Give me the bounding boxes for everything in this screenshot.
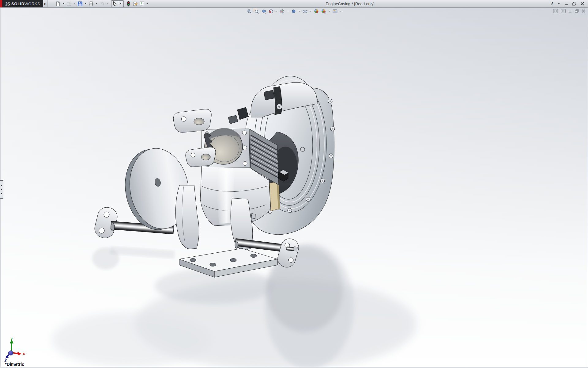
display-style-icon <box>291 9 296 14</box>
section-view-dropdown-arrow[interactable] <box>276 11 278 12</box>
undo-icon <box>100 1 105 6</box>
logo-red-stripe <box>0 0 2 7</box>
view-settings-icon <box>333 9 338 14</box>
y-axis-label: Y <box>10 337 13 341</box>
titlebar: 3S SOLID WORKS ▶ <box>0 0 588 8</box>
window-title: EngineCasing * [Read-only] <box>149 2 551 6</box>
print-button[interactable] <box>88 0 94 7</box>
section-view-icon <box>269 9 274 14</box>
open-document-button[interactable] <box>66 0 72 7</box>
reference-triad: Y X Z <box>2 337 28 362</box>
view-orientation-icon <box>280 9 285 14</box>
select-button[interactable] <box>111 0 118 7</box>
view-orientation-label: *Dimetric <box>5 362 24 367</box>
edit-appearance-icon <box>314 9 319 14</box>
rebuild-button[interactable] <box>125 0 132 7</box>
select-cursor-icon <box>112 1 117 6</box>
file-properties-icon <box>133 1 138 6</box>
apply-scene-dropdown-arrow[interactable] <box>329 11 330 12</box>
options-dropdown-arrow[interactable] <box>146 3 148 4</box>
open-dropdown-arrow[interactable] <box>74 3 75 4</box>
options-button[interactable] <box>139 0 145 7</box>
x-axis-label: X <box>23 352 25 356</box>
pane-collapse-left-button[interactable] <box>553 9 558 13</box>
view-settings-dropdown-arrow[interactable] <box>340 11 342 12</box>
save-button[interactable] <box>77 0 83 7</box>
featuremanager-collapsed-tab[interactable] <box>0 180 3 199</box>
print-icon <box>89 1 94 6</box>
brand-name-bold: SOLID <box>11 2 24 6</box>
display-style-button[interactable] <box>291 9 296 14</box>
triad-origin-sphere <box>9 351 13 355</box>
previous-view-button[interactable] <box>261 9 266 14</box>
dassault-3s-logo-icon: 3S <box>5 1 10 6</box>
hide-show-dropdown-arrow[interactable] <box>310 11 312 12</box>
main-toolbar <box>55 0 149 7</box>
minimize-button[interactable] <box>565 2 568 6</box>
view-orientation-dropdown-arrow[interactable] <box>287 11 289 12</box>
help-dropdown-arrow[interactable] <box>558 3 560 4</box>
undo-button[interactable] <box>99 0 105 7</box>
document-window-controls <box>553 9 586 13</box>
collapse-arrow-icon <box>1 185 2 186</box>
new-dropdown-arrow[interactable] <box>62 3 64 4</box>
engine-casing-model[interactable] <box>0 15 588 368</box>
zoom-to-area-icon <box>254 9 259 14</box>
zoom-to-fit-button[interactable] <box>247 9 252 14</box>
zoom-to-fit-icon <box>247 9 252 14</box>
edit-appearance-button[interactable] <box>314 9 319 14</box>
save-dropdown-arrow[interactable] <box>85 3 86 4</box>
undo-dropdown-arrow[interactable] <box>107 3 108 4</box>
brand-name-light: WORKS <box>24 2 40 6</box>
new-document-button[interactable] <box>55 0 61 7</box>
previous-view-icon <box>261 9 266 14</box>
hide-show-items-icon <box>303 9 308 14</box>
rebuild-traffic-light-icon <box>126 1 131 6</box>
hide-show-items-button[interactable] <box>303 9 308 14</box>
view-settings-button[interactable] <box>333 9 338 14</box>
new-document-icon <box>55 1 61 6</box>
display-style-dropdown-arrow[interactable] <box>299 11 300 12</box>
options-icon <box>139 1 145 6</box>
save-icon <box>77 1 83 6</box>
doc-minimize-button[interactable] <box>568 9 572 13</box>
apply-scene-button[interactable] <box>321 9 326 14</box>
select-tool-group <box>111 0 124 7</box>
x-axis-arrow <box>17 352 21 355</box>
collapse-arrow-icon <box>1 189 2 190</box>
section-view-button[interactable] <box>269 9 274 14</box>
close-button[interactable] <box>580 2 584 6</box>
collapse-arrow-icon <box>1 193 2 194</box>
pane-expand-right-button[interactable] <box>561 9 566 13</box>
file-properties-button[interactable] <box>132 0 138 7</box>
window-controls: ? <box>551 1 588 6</box>
doc-restore-button[interactable] <box>575 9 579 13</box>
engine-casing-geometry <box>93 76 335 277</box>
solidworks-logo: 3S SOLID WORKS <box>0 0 43 7</box>
select-dropdown-box[interactable] <box>118 1 123 7</box>
view-orientation-button[interactable] <box>280 9 285 14</box>
zoom-to-area-button[interactable] <box>254 9 259 14</box>
menu-flyout-button[interactable]: ▶ <box>43 0 47 7</box>
window-frame-bottom <box>0 367 588 368</box>
doc-close-button[interactable] <box>582 9 586 13</box>
print-dropdown-arrow[interactable] <box>96 3 97 4</box>
help-button[interactable]: ? <box>551 1 553 6</box>
apply-scene-icon <box>321 9 326 14</box>
select-dropdown-arrow <box>120 3 122 4</box>
restore-button[interactable] <box>572 2 576 6</box>
open-document-icon <box>66 1 72 6</box>
headsup-view-toolbar <box>247 9 342 14</box>
